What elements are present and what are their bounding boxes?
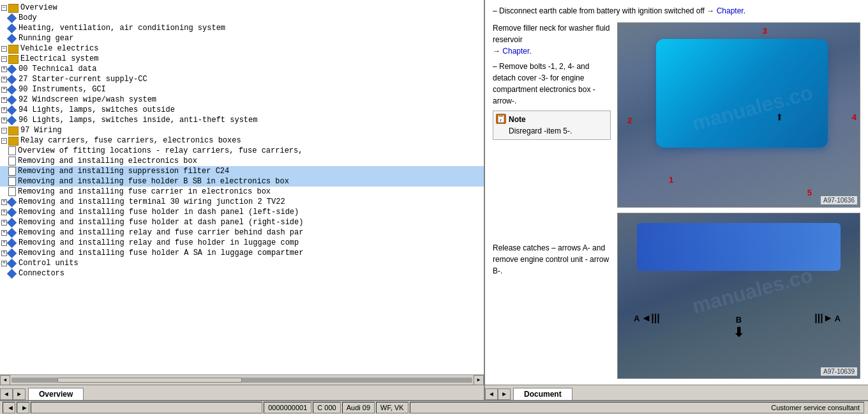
diamond-icon-92	[7, 95, 17, 105]
tree-label-97: 97 Wiring	[20, 126, 62, 135]
tree-item-97[interactable]: − 97 Wiring	[0, 125, 484, 135]
note-icon: i	[496, 114, 506, 124]
diamond-icon-relay-carrier	[7, 227, 17, 238]
tree-item-overview-fitting[interactable]: Overview of fitting locations - relay ca…	[0, 146, 484, 156]
tree-label-94: 94 Lights, lamps, switches outside	[19, 105, 175, 114]
label-a-right: |||► A	[814, 312, 841, 324]
status-nav-back[interactable]: ◄	[3, 402, 15, 413]
image-code-1: A97-10636	[821, 196, 857, 204]
expand-vehicle-electrics[interactable]: −	[1, 46, 7, 52]
step1-chapter-link[interactable]: Chapter	[717, 6, 744, 15]
tree-label-relay-carriers: Relay carriers, fuse carriers, electroni…	[20, 136, 241, 145]
b-label: B	[736, 315, 742, 325]
expand-97[interactable]: −	[1, 128, 7, 134]
label-b-down: B ⬇	[733, 315, 744, 340]
arrow-up-symbol: ⬆	[775, 109, 783, 125]
left-nav-back[interactable]: ◄	[0, 388, 13, 400]
status-doc-id-text: 0000000001	[268, 404, 307, 411]
tree-item-removing-fuse-dash-left[interactable]: + Removing and installing fuse holder in…	[0, 207, 484, 217]
tree-item-removing-relay-fuse-luggage[interactable]: + Removing and installing relay and fuse…	[0, 238, 484, 248]
image-engine-bottom: A ◄||| |||► A B ⬇	[617, 213, 860, 379]
tree-item-body[interactable]: Body	[0, 13, 484, 23]
folder-icon-97	[8, 126, 19, 135]
scroll-track[interactable]	[11, 378, 472, 383]
step2-text: Remove filler neck for washer fluid rese…	[493, 24, 610, 44]
step1-text: Disconnect earth cable from battery with…	[499, 6, 705, 15]
tree-item-27[interactable]: + 27 Starter-current supply-CC	[0, 74, 484, 84]
step2-chapter-link[interactable]: Chapter	[502, 47, 529, 56]
right-nav-forward[interactable]: ►	[498, 388, 511, 400]
horizontal-scrollbar[interactable]: ◄ ►	[0, 374, 484, 385]
status-nav-forward[interactable]: ►	[17, 402, 29, 413]
folder-icon-vehicle-electrics	[8, 45, 19, 54]
tree-label-hvac: Heating, ventilation, air conditioning s…	[19, 24, 225, 33]
tree-item-hvac[interactable]: Heating, ventilation, air conditioning s…	[0, 23, 484, 33]
tree-label-removing-fuse-sb: Removing and installing fuse holder B SB…	[18, 177, 289, 186]
tree-item-control-units[interactable]: + Control units	[0, 258, 484, 268]
ecu-cover	[637, 223, 841, 271]
tree-container[interactable]: − Overview Body Heating, ventilation, ai…	[0, 0, 484, 374]
diamond-icon-fuse-sa	[7, 248, 17, 258]
images-column: ⬆ 1 2 3 4 5 A97-10636 manuales.co	[617, 22, 860, 379]
doc-icon-removing-suppression	[8, 167, 16, 176]
right-bottom-tabs: ◄ ► Document	[485, 385, 868, 400]
step1-arrow: →	[707, 6, 716, 15]
label-a-left: A ◄|||	[634, 312, 660, 324]
label-4: 4	[852, 112, 857, 122]
tree-label-overview-fitting: Overview of fitting locations - relay ca…	[18, 146, 303, 155]
tree-item-running-gear[interactable]: Running gear	[0, 33, 484, 43]
tree-item-94[interactable]: + 94 Lights, lamps, switches outside	[0, 105, 484, 115]
left-bottom-tabs: ◄ ► Overview	[0, 385, 484, 400]
engine-cover-blue	[656, 39, 828, 148]
expand-electrical-system[interactable]: −	[1, 56, 7, 62]
tree-label-removing-terminal30: Removing and installing terminal 30 wiri…	[19, 197, 285, 206]
tree-item-removing-fuse-sb[interactable]: Removing and installing fuse holder B SB…	[0, 176, 484, 187]
tree-item-92[interactable]: + 92 Windscreen wipe/wash system	[0, 95, 484, 105]
scroll-right-btn[interactable]: ►	[474, 375, 484, 385]
scroll-left-btn[interactable]: ◄	[0, 375, 10, 385]
status-version-text: WF, VK	[380, 404, 404, 411]
tree-label-92: 92 Windscreen wipe/wash system	[19, 95, 156, 104]
scroll-thumb[interactable]	[57, 378, 242, 383]
label-2: 2	[627, 116, 632, 125]
tree-item-96[interactable]: + 96 Lights, lamps, switches inside, ant…	[0, 115, 484, 125]
diamond-icon-control-units	[7, 258, 17, 268]
status-code-text: C 000	[317, 404, 336, 411]
tree-item-removing-suppression[interactable]: Removing and installing suppression filt…	[0, 166, 484, 176]
tree-item-removing-fuse-sa[interactable]: + Removing and installing fuse holder A …	[0, 248, 484, 258]
tab-document[interactable]: Document	[513, 388, 572, 400]
left-nav-forward[interactable]: ►	[13, 388, 26, 400]
tree-item-removing-electronics[interactable]: Removing and installing electronics box	[0, 156, 484, 166]
expand-overview[interactable]: −	[1, 5, 7, 11]
arrow-down-symbol: ⬇	[733, 325, 744, 340]
arrow-right-triple: |||►	[814, 312, 833, 324]
tree-item-vehicle-electrics[interactable]: − Vehicle electrics	[0, 43, 484, 54]
tree-label-removing-electronics: Removing and installing electronics box	[18, 157, 197, 165]
tree-item-00[interactable]: + 00 Technical data	[0, 64, 484, 74]
tree-item-relay-carriers[interactable]: − Relay carriers, fuse carriers, electro…	[0, 135, 484, 146]
tree-item-overview[interactable]: − Overview	[0, 3, 484, 13]
tree-label-removing-fuse-dash-right: Removing and installing fuse holder at d…	[19, 218, 303, 227]
arrow-left-triple: ◄|||	[641, 312, 659, 324]
tree-label-96: 96 Lights, lamps, switches inside, anti-…	[19, 116, 257, 125]
tree-item-removing-fuse-dash-right[interactable]: + Removing and installing fuse holder at…	[0, 217, 484, 227]
tree-item-connectors[interactable]: Connectors	[0, 268, 484, 279]
diamond-icon-terminal30	[7, 197, 17, 207]
tree-item-electrical-system[interactable]: − Electrical system	[0, 54, 484, 64]
tree-item-removing-fuse-carrier[interactable]: Removing and installing fuse carrier in …	[0, 187, 484, 197]
tree-item-removing-relay-carrier[interactable]: + Removing and installing relay and fuse…	[0, 227, 484, 238]
expand-relay-carriers[interactable]: −	[1, 138, 7, 144]
tree-label-vehicle-electrics: Vehicle electrics	[20, 44, 98, 53]
tree-label-27: 27 Starter-current supply-CC	[19, 75, 147, 84]
right-nav-back[interactable]: ◄	[485, 388, 498, 400]
main-area: − Overview Body Heating, ventilation, ai…	[0, 0, 868, 400]
doc-icon-removing-fuse-sb	[8, 177, 16, 186]
doc-icon-overview-fitting	[8, 146, 16, 155]
tree-item-90[interactable]: + 90 Instruments, GCI	[0, 84, 484, 95]
status-segment-role: Customer service consultant	[410, 402, 864, 413]
status-segment-model: Audi 09	[342, 402, 375, 413]
note-title: Note	[509, 114, 572, 125]
right-panel: – Disconnect earth cable from battery wi…	[485, 0, 868, 400]
tab-overview[interactable]: Overview	[28, 388, 84, 400]
tree-item-removing-terminal30[interactable]: + Removing and installing terminal 30 wi…	[0, 197, 484, 207]
